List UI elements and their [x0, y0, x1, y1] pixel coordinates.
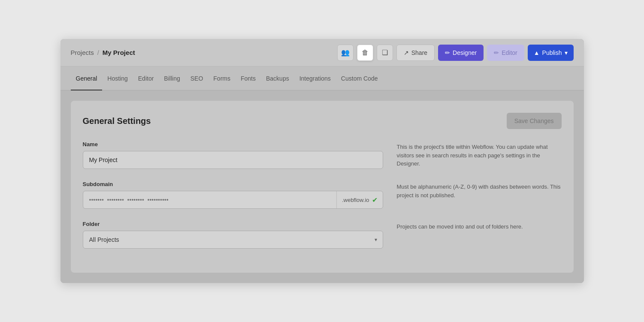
breadcrumb-separator: / — [97, 49, 99, 56]
members-icon: 👥 — [341, 48, 350, 57]
header-actions: 👥 🗑 ❏ ↗ Share ✏ Designer ✏ Editor ▲ — [337, 45, 574, 61]
tab-editor[interactable]: Editor — [133, 66, 159, 90]
breadcrumb: Projects / My Project — [71, 49, 332, 56]
folder-help: Projects can be moved into and out of fo… — [397, 221, 562, 231]
settings-card: General Settings Save Changes Name This … — [71, 101, 574, 273]
name-field-container: Name — [83, 141, 383, 169]
tab-billing[interactable]: Billing — [159, 66, 185, 90]
publish-label: Publish — [542, 49, 562, 56]
subdomain-row: Subdomain .webflow.io ✔ Must be alphanum… — [83, 181, 562, 209]
subdomain-label: Subdomain — [83, 181, 383, 187]
subdomain-input-row: .webflow.io ✔ — [83, 191, 383, 209]
members-button[interactable]: 👥 — [337, 45, 354, 61]
tab-custom-code[interactable]: Custom Code — [336, 66, 383, 90]
tab-fonts[interactable]: Fonts — [236, 66, 261, 90]
name-label: Name — [83, 141, 383, 147]
folder-row: Folder All Projects ▾ Projects can be mo… — [83, 221, 562, 249]
folder-help-text: Projects can be moved into and out of fo… — [397, 223, 562, 231]
breadcrumb-projects[interactable]: Projects — [71, 49, 94, 56]
subdomain-suffix: .webflow.io ✔ — [336, 191, 383, 208]
editor-icon: ✏ — [494, 49, 499, 56]
tab-hosting[interactable]: Hosting — [102, 66, 133, 90]
designer-label: Designer — [453, 49, 477, 56]
tab-integrations[interactable]: Integrations — [294, 66, 336, 90]
settings-title: General Settings — [83, 116, 151, 126]
folder-label: Folder — [83, 221, 383, 227]
subdomain-field-container: Subdomain .webflow.io ✔ — [83, 181, 383, 209]
duplicate-icon: ❏ — [382, 48, 388, 57]
share-label: Share — [411, 49, 427, 56]
subdomain-help: Must be alphanumeric (A-Z, 0-9) with das… — [397, 181, 562, 199]
folder-select-wrapper: All Projects ▾ — [83, 231, 383, 249]
subdomain-help-text: Must be alphanumeric (A-Z, 0-9) with das… — [397, 183, 562, 199]
publish-button[interactable]: ▲ Publish ▾ — [528, 45, 574, 61]
duplicate-button[interactable]: ❏ — [377, 45, 393, 61]
trash-icon: 🗑 — [362, 49, 369, 57]
save-changes-button[interactable]: Save Changes — [507, 113, 562, 129]
designer-button[interactable]: ✏ Designer — [438, 45, 484, 61]
tab-backups[interactable]: Backups — [261, 66, 294, 90]
share-icon: ↗ — [404, 49, 409, 56]
name-row: Name This is the project's title within … — [83, 141, 562, 169]
name-input[interactable] — [83, 151, 383, 169]
content-area: General Settings Save Changes Name This … — [60, 90, 584, 283]
tab-seo[interactable]: SEO — [185, 66, 209, 90]
breadcrumb-current: My Project — [103, 49, 135, 56]
designer-icon: ✏ — [445, 49, 450, 56]
folder-select[interactable]: All Projects — [83, 231, 383, 249]
header: Projects / My Project 👥 🗑 ❏ ↗ Share ✏ De… — [60, 39, 584, 66]
folder-field-container: Folder All Projects ▾ — [83, 221, 383, 249]
share-button[interactable]: ↗ Share — [396, 45, 435, 61]
subdomain-check-icon: ✔ — [372, 196, 378, 204]
subdomain-input[interactable] — [83, 191, 336, 208]
name-help: This is the project's title within Webfl… — [397, 141, 562, 168]
tab-forms[interactable]: Forms — [208, 66, 236, 90]
publish-icon: ▲ — [534, 49, 540, 56]
tab-general[interactable]: General — [71, 66, 103, 90]
editor-label: Editor — [502, 49, 517, 56]
publish-chevron-icon: ▾ — [565, 49, 568, 56]
subdomain-suffix-text: .webflow.io — [342, 197, 369, 203]
settings-header: General Settings Save Changes — [83, 113, 562, 129]
name-help-text: This is the project's title within Webfl… — [397, 143, 562, 168]
app-window: Projects / My Project 👥 🗑 ❏ ↗ Share ✏ De… — [60, 39, 584, 283]
editor-button[interactable]: ✏ Editor — [487, 45, 524, 61]
nav-tabs: General Hosting Editor Billing SEO Forms… — [60, 66, 584, 90]
trash-button[interactable]: 🗑 — [357, 45, 373, 61]
